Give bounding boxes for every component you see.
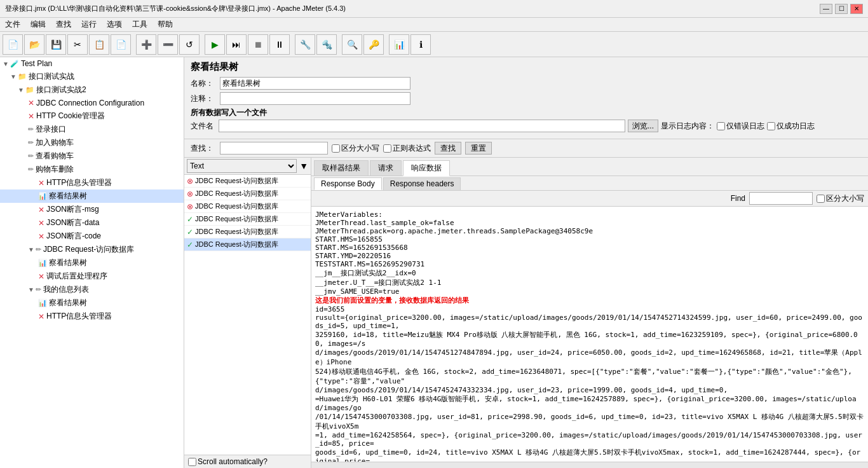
tb-info[interactable]: ℹ xyxy=(410,34,431,55)
menu-tools[interactable]: 工具 xyxy=(130,18,150,31)
tree-item-login[interactable]: ✏ 登录接口 xyxy=(0,123,184,136)
tree-item-api-test2[interactable]: ▼ 📁 接口测试实战2 xyxy=(0,83,184,97)
tree-item-http-header[interactable]: ✕ HTTP信息头管理器 xyxy=(0,176,184,189)
ok-status-icon: ✓ xyxy=(187,215,193,224)
close-button[interactable]: ✕ xyxy=(850,4,863,14)
expand-icon[interactable]: ▼ xyxy=(28,246,34,253)
response-content[interactable]: JMeterVariables: JMeterThread.last_sampl… xyxy=(311,207,868,462)
sample-item-2[interactable]: ⊗ JDBC Request-访问数据库 xyxy=(184,200,311,213)
menu-file[interactable]: 文件 xyxy=(3,18,23,31)
maximize-button[interactable]: ☐ xyxy=(835,4,848,14)
tb-start[interactable]: ▶ xyxy=(205,34,225,55)
find-button[interactable]: 查找 xyxy=(435,142,461,155)
tree-item-result-tree3[interactable]: 📊 察看结果树 xyxy=(0,296,184,310)
menu-run[interactable]: 运行 xyxy=(79,18,99,31)
menu-options[interactable]: 选项 xyxy=(104,18,125,31)
tree-item-result-tree1[interactable]: 📊 察看结果树 xyxy=(0,189,184,203)
sample-item-4[interactable]: ✓ JDBC Request-访问数据库 xyxy=(184,226,311,238)
tree-item-info-list[interactable]: ▼ ✏ 我的信息列表 xyxy=(0,283,184,296)
tree-item-cart-add[interactable]: ✏ 加入购物车 xyxy=(0,136,184,149)
expand-icon[interactable]: ▼ xyxy=(10,73,17,80)
file-label: 文件名 xyxy=(191,121,216,132)
test-plan-icon: 🧪 xyxy=(10,60,19,68)
only-error-checkbox[interactable] xyxy=(717,122,725,130)
tree-item-cart-del[interactable]: ✏ 购物车删除 xyxy=(0,163,184,176)
tree-item-json-data[interactable]: ✕ JSON断言-data xyxy=(0,216,184,230)
toolbar: 📄 📂 💾 ✂ 📋 📄 ➕ ➖ ↺ ▶ ⏭ ⏹ ⏸ 🔧 🔩 🔍 🔑 📊 ℹ xyxy=(0,32,868,57)
tb-refresh[interactable]: ↺ xyxy=(179,34,200,55)
tb-copy[interactable]: 📋 xyxy=(89,34,109,55)
tree-item-cart-view[interactable]: ✏ 查看购物车 xyxy=(0,149,184,163)
case-sensitive-label[interactable]: 区分大小写 xyxy=(332,143,379,154)
tree-label: 登录接口 xyxy=(36,124,66,135)
dropdown-icon[interactable]: ▼ xyxy=(299,161,308,171)
sample-item-3[interactable]: ✓ JDBC Request-访问数据库 xyxy=(184,213,311,226)
regex-label[interactable]: 正则表达式 xyxy=(383,143,431,154)
tree-item-json-code[interactable]: ✕ JSON断言-code xyxy=(0,230,184,243)
sample-item-0[interactable]: ⊗ JDBC Request-访问数据库 xyxy=(184,175,311,188)
expand-icon[interactable]: ▼ xyxy=(18,86,24,93)
sample-item-1[interactable]: ⊗ JDBC Request-访问数据库 xyxy=(184,188,311,200)
find-input[interactable] xyxy=(749,192,813,205)
file-input[interactable] xyxy=(219,120,625,132)
regex-checkbox[interactable] xyxy=(383,144,391,153)
reset-button[interactable]: 重置 xyxy=(465,142,492,155)
case-sensitive-checkbox[interactable] xyxy=(332,144,340,153)
menu-edit[interactable]: 编辑 xyxy=(28,18,48,31)
name-input[interactable] xyxy=(220,77,410,90)
tab-response-data[interactable]: 响应数据 xyxy=(403,160,450,176)
scroll-auto-checkbox[interactable] xyxy=(188,458,196,466)
tb-key[interactable]: 🔑 xyxy=(363,34,384,55)
tree-item-api-test[interactable]: ▼ 📁 接口测试实战 xyxy=(0,70,184,83)
expand-icon[interactable]: ▼ xyxy=(3,60,9,67)
inner-tab-response-headers[interactable]: Response headers xyxy=(383,177,461,190)
menu-find[interactable]: 查找 xyxy=(53,18,74,31)
comment-input[interactable] xyxy=(220,92,410,105)
tree-item-result-tree2[interactable]: 📊 察看结果树 xyxy=(0,256,184,270)
find-case-checkbox[interactable] xyxy=(817,195,825,203)
tree-item-jdbc-conn[interactable]: ✕ JDBC Connection Configuration xyxy=(0,97,184,109)
tree-item-jdbc-req[interactable]: ▼ ✏ JDBC Request-访问数据库 xyxy=(0,243,184,256)
find-case-label[interactable]: 区分大小写 xyxy=(817,193,864,204)
minimize-button[interactable]: — xyxy=(820,4,832,14)
tb-paste[interactable]: 📄 xyxy=(111,34,131,55)
sample-item-5[interactable]: ✓ JDBC Request-访问数据库 xyxy=(184,238,311,251)
tree-item-post-proc[interactable]: ✕ 调试后置处理程序 xyxy=(0,270,184,283)
horizontal-scrollbar[interactable] xyxy=(311,462,868,468)
tab-request[interactable]: 请求 xyxy=(370,160,402,176)
scroll-auto-label[interactable]: Scroll automatically? xyxy=(188,457,307,466)
tree-item-json-msg[interactable]: ✕ JSON断言-msg xyxy=(0,203,184,216)
tb-search[interactable]: 🔍 xyxy=(342,34,362,55)
sample-label: JDBC Request-访问数据库 xyxy=(195,189,278,198)
content-area: Text ▼ ⊗ JDBC Request-访问数据库 ⊗ JDBC Reque… xyxy=(184,158,868,468)
file-section-header: 所有数据写入一个文件 xyxy=(191,107,862,118)
only-error-checkbox-label[interactable]: 仅错误日志 xyxy=(717,121,764,132)
tb-clear-all[interactable]: 🔩 xyxy=(316,34,337,55)
tb-new[interactable]: 📄 xyxy=(3,34,23,55)
tb-stop[interactable]: ⏹ xyxy=(248,34,268,55)
tb-remove[interactable]: ➖ xyxy=(158,34,178,55)
tab-sampler-result[interactable]: 取样器结果 xyxy=(314,160,369,176)
tb-shutdown[interactable]: ⏸ xyxy=(269,34,290,55)
tree-item-test-plan[interactable]: ▼ 🧪 Test Plan xyxy=(0,57,184,70)
comment-row: 注释： xyxy=(191,92,862,105)
inner-tab-response-body[interactable]: Response Body xyxy=(314,177,382,190)
tb-cut[interactable]: ✂ xyxy=(67,34,88,55)
tb-clear[interactable]: 🔧 xyxy=(295,34,315,55)
menu-help[interactable]: 帮助 xyxy=(155,18,175,31)
tb-add[interactable]: ➕ xyxy=(136,34,156,55)
only-success-checkbox-label[interactable]: 仅成功日志 xyxy=(767,121,815,132)
tree-item-http-header2[interactable]: ✕ HTTP信息头管理器 xyxy=(0,310,184,323)
only-error-label: 仅错误日志 xyxy=(726,121,764,132)
search-input[interactable] xyxy=(220,142,328,155)
tree-item-http-cookie[interactable]: ✕ HTTP Cookie管理器 xyxy=(0,109,184,123)
sample-type-select[interactable]: Text xyxy=(187,159,297,173)
tb-report[interactable]: 📊 xyxy=(389,34,409,55)
expand-icon[interactable]: ▼ xyxy=(28,286,34,293)
tb-open[interactable]: 📂 xyxy=(24,34,44,55)
tree-label: 察看结果树 xyxy=(49,191,87,202)
tb-save[interactable]: 💾 xyxy=(46,34,66,55)
only-success-checkbox[interactable] xyxy=(767,122,775,130)
tb-start-no-pause[interactable]: ⏭ xyxy=(226,34,247,55)
browse-button[interactable]: 浏览... xyxy=(628,120,658,132)
